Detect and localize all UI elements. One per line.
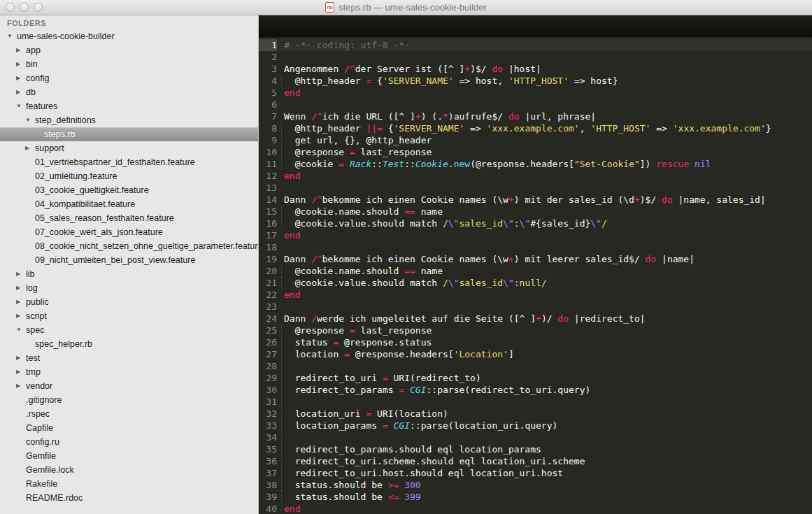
triangle-collapsed-icon[interactable]: ▶ [16,281,26,295]
line-number[interactable]: 17 [259,229,277,241]
code-line[interactable]: 24Dann /werde ich umgeleitet auf die Sei… [259,313,812,324]
line-number[interactable]: 28 [259,360,277,372]
tree-folder-test[interactable]: ▶test [0,351,258,365]
triangle-collapsed-icon[interactable]: ▶ [16,43,26,57]
code-line[interactable]: 32 location_uri = URI(location) [259,408,812,420]
line-number[interactable]: 30 [259,384,277,396]
line-number[interactable]: 16 [259,217,277,229]
triangle-collapsed-icon[interactable]: ▶ [16,57,26,71]
tree-folder-bin[interactable]: ▶bin [0,57,258,71]
code-line[interactable]: 21 @cookie.value.should match /\"sales_i… [259,277,812,289]
tree-folder-ume-sales-cookie-builder[interactable]: ▼ume-sales-cookie-builder [0,29,258,43]
code-line[interactable]: 11 @cookie = Rack::Test::Cookie.new(@res… [259,158,812,170]
tree-file-README.rdoc[interactable]: README.rdoc [0,491,258,505]
tree-folder-public[interactable]: ▶public [0,295,258,309]
tree-file-steps.rb[interactable]: steps.rb [0,127,258,141]
line-number[interactable]: 7 [259,110,277,122]
tree-file-08_cookie_nicht_setzen_ohne_gueltige_parameter.feature[interactable]: 08_cookie_nicht_setzen_ohne_gueltige_par… [0,239,258,253]
tree-file-Capfile[interactable]: Capfile [0,421,258,435]
tree-folder-db[interactable]: ▶db [0,85,258,99]
line-number[interactable]: 24 [259,313,277,324]
code-line[interactable]: 27 location = @response.headers['Locatio… [259,348,812,360]
code-line[interactable]: 10 @response = last_response [259,146,812,158]
line-number[interactable]: 19 [259,253,277,265]
code-line[interactable]: 13 [259,182,812,194]
line-number[interactable]: 40 [259,503,277,514]
code-line[interactable]: 4 @http_header = {'SERVER_NAME' => host,… [259,75,812,87]
line-number[interactable]: 6 [259,99,277,110]
line-number[interactable]: 35 [259,443,277,455]
tree-file-04_kompatibilitaet.feature[interactable]: 04_kompatibilitaet.feature [0,197,258,211]
tree-file-Rakefile[interactable]: Rakefile [0,477,258,491]
code-line[interactable]: 20 @cookie.name.should == name [259,265,812,277]
line-number[interactable]: 34 [259,431,277,443]
code-line[interactable]: 34 [259,431,812,443]
window-titlebar[interactable]: rb steps.rb — ume-sales-cookie-builder [0,0,812,15]
triangle-collapsed-icon[interactable]: ▶ [25,141,35,155]
code-line[interactable]: 30 redirect_to_params = CGI::parse(redir… [259,384,812,396]
line-number[interactable]: 18 [259,241,277,253]
line-number[interactable]: 27 [259,348,277,360]
tree-file-Gemfile[interactable]: Gemfile [0,449,258,463]
tree-folder-lib[interactable]: ▶lib [0,267,258,281]
line-number[interactable]: 3 [259,63,277,75]
code-line[interactable]: 16 @cookie.value.should match /\"sales_i… [259,217,812,229]
tree-file-09_nicht_umleiten_bei_post_view.feature[interactable]: 09_nicht_umleiten_bei_post_view.feature [0,253,258,267]
code-line[interactable]: 38 status.should be >= 300 [259,479,812,491]
line-number[interactable]: 25 [259,324,277,336]
triangle-collapsed-icon[interactable]: ▶ [16,267,26,281]
tree-folder-tmp[interactable]: ▶tmp [0,365,258,379]
code-line[interactable]: 2 [259,51,812,63]
code-line[interactable]: 19Dann /^bekomme ich einen Cookie names … [259,253,812,265]
code-area[interactable]: 1# -*- coding: utf-8 -*-23Angenommen /^d… [259,37,812,514]
triangle-expanded-icon[interactable]: ▼ [7,29,17,43]
code-line[interactable]: 3Angenommen /^der Server ist ([^ ]+)$/ d… [259,63,812,75]
code-line[interactable]: 37 redirect_to_uri.host.should eql locat… [259,467,812,479]
line-number[interactable]: 39 [259,491,277,503]
code-line[interactable]: 7Wenn /^ich die URL ([^ ]+) (.*)aufrufe$… [259,110,812,122]
tree-file-.rspec[interactable]: .rspec [0,407,258,421]
code-line[interactable]: 1# -*- coding: utf-8 -*- [259,39,812,51]
code-line[interactable]: 40end [259,503,812,514]
tree-file-Gemfile.lock[interactable]: Gemfile.lock [0,463,258,477]
tree-file-01_vertriebspartner_id_festhalten.feature[interactable]: 01_vertriebspartner_id_festhalten.featur… [0,155,258,169]
code-line[interactable]: 39 status.should be <= 399 [259,491,812,503]
triangle-expanded-icon[interactable]: ▼ [16,99,26,113]
line-number[interactable]: 38 [259,479,277,491]
tree-file-spec_helper.rb[interactable]: spec_helper.rb [0,337,258,351]
line-number[interactable]: 31 [259,396,277,408]
tree-file-.gitignore[interactable]: .gitignore [0,393,258,407]
tree-folder-step_definitions[interactable]: ▼step_definitions [0,113,258,127]
code-line[interactable]: 15 @cookie.name.should == name [259,206,812,217]
line-number[interactable]: 37 [259,467,277,479]
tree-folder-spec[interactable]: ▼spec [0,323,258,337]
code-line[interactable]: 22end [259,289,812,301]
tree-folder-support[interactable]: ▶support [0,141,258,155]
code-line[interactable]: 5end [259,87,812,99]
line-number[interactable]: 26 [259,336,277,348]
line-number[interactable]: 5 [259,87,277,99]
code-line[interactable]: 12end [259,170,812,182]
close-button[interactable] [6,3,15,12]
triangle-collapsed-icon[interactable]: ▶ [16,85,26,99]
line-number[interactable]: 11 [259,158,277,170]
tree-folder-features[interactable]: ▼features [0,99,258,113]
line-number[interactable]: 10 [259,146,277,158]
tree-file-07_cookie_wert_als_json.feature[interactable]: 07_cookie_wert_als_json.feature [0,225,258,239]
triangle-collapsed-icon[interactable]: ▶ [16,309,26,323]
tree-file-03_cookie_gueltigkeit.feature[interactable]: 03_cookie_gueltigkeit.feature [0,183,258,197]
line-number[interactable]: 1 [259,39,277,51]
triangle-expanded-icon[interactable]: ▼ [16,323,26,337]
line-number[interactable]: 2 [259,51,277,63]
code-line[interactable]: 8 @http_header ||= {'SERVER_NAME' => 'xx… [259,122,812,134]
triangle-expanded-icon[interactable]: ▼ [25,113,35,127]
minimize-button[interactable] [20,3,29,12]
line-number[interactable]: 12 [259,170,277,182]
line-number[interactable]: 14 [259,194,277,206]
tree-folder-config[interactable]: ▶config [0,71,258,85]
tab-bar[interactable] [259,15,812,37]
tree-folder-log[interactable]: ▶log [0,281,258,295]
line-number[interactable]: 9 [259,134,277,146]
code-line[interactable]: 23 [259,301,812,313]
triangle-collapsed-icon[interactable]: ▶ [16,379,26,393]
